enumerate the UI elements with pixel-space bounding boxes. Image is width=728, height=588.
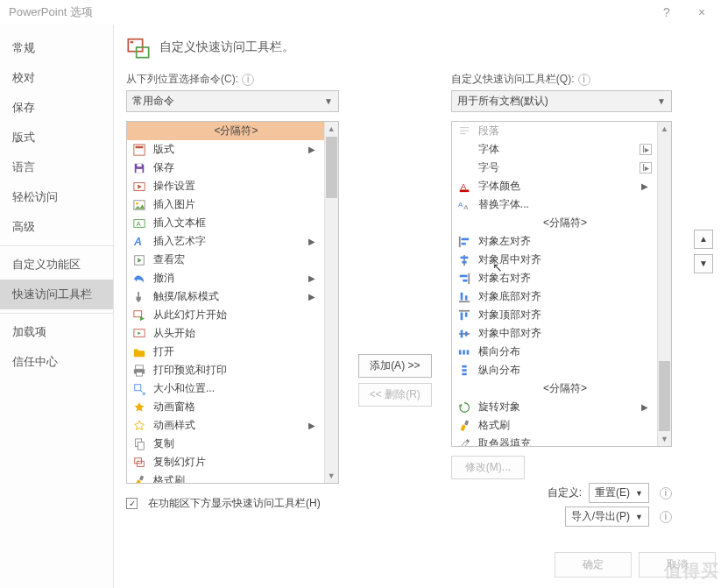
info-icon[interactable]: i — [660, 511, 672, 523]
command-item[interactable]: <分隔符> — [452, 214, 657, 232]
command-item[interactable]: 操作设置 — [127, 177, 324, 195]
command-item[interactable]: 段落 — [452, 122, 657, 140]
command-item[interactable]: 横向分布 — [452, 343, 657, 361]
command-item[interactable]: 复制幻灯片 — [127, 453, 324, 471]
command-item[interactable]: 对象左对齐 — [452, 232, 657, 251]
action-icon — [132, 180, 146, 194]
scroll-thumb[interactable] — [326, 137, 337, 198]
print-icon — [132, 364, 146, 378]
command-item[interactable]: 打印预览和打印 — [127, 361, 324, 379]
command-label: 操作设置 — [153, 179, 195, 194]
command-item[interactable]: 从头开始 — [127, 324, 324, 343]
command-item[interactable]: AA替换字体... — [452, 195, 657, 214]
command-item[interactable]: <分隔符> — [452, 379, 657, 398]
command-item[interactable]: A插入艺术字▶ — [127, 232, 324, 251]
sidebar-item[interactable]: 加载项 — [0, 317, 113, 347]
svg-rect-16 — [134, 310, 142, 316]
move-down-button[interactable]: ▼ — [694, 254, 713, 273]
submenu-arrow-icon: ▶ — [308, 145, 319, 154]
command-item[interactable]: 字号I▸ — [452, 159, 657, 177]
command-item[interactable]: 插入图片 — [127, 195, 324, 214]
command-item[interactable]: 字体I▸ — [452, 140, 657, 159]
customizations-label: 自定义: — [548, 485, 582, 500]
badge: I▸ — [640, 162, 652, 174]
command-item[interactable]: 撤消▶ — [127, 269, 324, 287]
info-icon[interactable]: i — [242, 74, 254, 86]
qat-icon — [126, 35, 151, 60]
commands-from-select[interactable]: 常用命令▼ — [126, 90, 339, 112]
scrollbar[interactable]: ▲ ▼ — [324, 122, 338, 483]
show-below-ribbon-checkbox[interactable]: ✓ 在功能区下方显示快速访问工具栏(H) — [126, 496, 339, 511]
command-item[interactable]: 复制 — [127, 435, 324, 453]
command-item[interactable]: 旋转对象▶ — [452, 398, 657, 416]
remove-button[interactable]: << 删除(R) — [358, 383, 432, 407]
command-label: 从头开始 — [153, 326, 195, 341]
play-icon — [132, 327, 146, 341]
command-label: 复制幻灯片 — [153, 455, 206, 470]
sidebar-item[interactable]: 版式 — [0, 123, 113, 152]
add-button[interactable]: 添加(A) >> — [358, 354, 432, 378]
sidebar-item[interactable]: 常规 — [0, 33, 113, 63]
scroll-down-icon[interactable]: ▼ — [325, 469, 338, 483]
sidebar-item[interactable]: 轻松访问 — [0, 182, 113, 212]
command-label: 取色器填充 — [478, 436, 531, 446]
command-item[interactable]: 格式刷 — [127, 471, 324, 483]
cancel-button[interactable]: 取消 — [639, 552, 716, 577]
import-export-dropdown[interactable]: 导入/导出(P)▼ — [565, 507, 649, 527]
alignl-icon — [457, 235, 471, 249]
command-item[interactable]: 纵向分布 — [452, 361, 657, 379]
sidebar-item[interactable]: 信任中心 — [0, 347, 113, 377]
move-up-button[interactable]: ▲ — [694, 230, 713, 249]
command-item[interactable]: 对象底部对齐 — [452, 287, 657, 306]
command-item[interactable]: 动画样式▶ — [127, 416, 324, 435]
svg-rect-23 — [135, 384, 141, 390]
command-item[interactable]: A字体颜色▶ — [452, 177, 657, 195]
scroll-up-icon[interactable]: ▲ — [658, 122, 671, 136]
scrollbar[interactable]: ▲ ▼ — [657, 122, 671, 446]
command-label: 格式刷 — [478, 418, 510, 433]
command-item[interactable]: 对象居中对齐 — [452, 251, 657, 269]
ok-button[interactable]: 确定 — [555, 552, 632, 577]
command-item[interactable]: <分隔符> — [127, 122, 324, 140]
command-label: 插入艺术字 — [153, 234, 206, 249]
modify-button[interactable]: 修改(M)... — [451, 456, 525, 479]
command-item[interactable]: 对象中部对齐 — [452, 324, 657, 343]
sidebar-item[interactable]: 快速访问工具栏 — [0, 280, 113, 309]
close-button[interactable]: × — [684, 5, 719, 19]
svg-rect-64 — [466, 350, 469, 354]
command-item[interactable]: 保存 — [127, 159, 324, 177]
scroll-down-icon[interactable]: ▼ — [658, 432, 671, 446]
info-icon[interactable]: i — [660, 487, 672, 499]
current-qat-list[interactable]: 段落字体I▸字号I▸A字体颜色▶AA替换字体...<分隔符>对象左对齐对象居中对… — [451, 121, 672, 447]
replacefont-icon: AA — [457, 198, 471, 212]
help-button[interactable]: ? — [649, 5, 684, 19]
size-icon — [132, 382, 146, 396]
command-item[interactable]: 取色器填充 — [452, 435, 657, 446]
sidebar-item[interactable]: 语言 — [0, 152, 113, 182]
svg-rect-45 — [461, 237, 469, 240]
command-item[interactable]: 格式刷 — [452, 416, 657, 435]
command-item[interactable]: 大小和位置... — [127, 379, 324, 398]
sidebar-item[interactable]: 校对 — [0, 63, 113, 93]
command-item[interactable]: 打开 — [127, 343, 324, 361]
command-item[interactable]: 查看宏 — [127, 251, 324, 269]
qat-scope-select[interactable]: 用于所有文档(默认)▼ — [451, 90, 672, 112]
command-item[interactable]: 对象右对齐 — [452, 269, 657, 287]
info-icon[interactable]: i — [578, 74, 590, 86]
command-item[interactable]: 从此幻灯片开始 — [127, 306, 324, 324]
command-label: 保存 — [153, 160, 174, 175]
command-item[interactable]: 版式▶ — [127, 140, 324, 159]
command-item[interactable]: 对象顶部对齐 — [452, 306, 657, 324]
sidebar-item[interactable]: 高级 — [0, 212, 113, 242]
command-item[interactable]: 动画窗格 — [127, 398, 324, 416]
sidebar-item[interactable]: 自定义功能区 — [0, 250, 113, 280]
sidebar-item[interactable]: 保存 — [0, 93, 113, 123]
choose-commands-label: 从下列位置选择命令(C):i — [126, 72, 339, 87]
scroll-up-icon[interactable]: ▲ — [325, 122, 338, 136]
available-commands-list[interactable]: <分隔符>版式▶保存操作设置插入图片A插入文本框A插入艺术字▶查看宏撤消▶触摸/… — [126, 121, 339, 484]
command-item[interactable]: 触摸/鼠标模式▶ — [127, 287, 324, 306]
eyedrop-icon — [457, 437, 471, 447]
command-item[interactable]: A插入文本框 — [127, 214, 324, 232]
reset-dropdown[interactable]: 重置(E)▼ — [589, 483, 649, 503]
scroll-thumb[interactable] — [659, 361, 670, 431]
